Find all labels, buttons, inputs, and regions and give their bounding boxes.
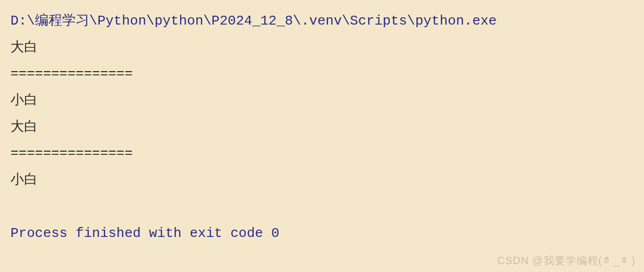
- output-line: 大白: [10, 35, 634, 61]
- interpreter-path: D:\编程学习\Python\python\P2024_12_8\.venv\S…: [10, 8, 634, 35]
- blank-line: [10, 194, 634, 220]
- output-line: 大白: [10, 114, 634, 141]
- output-line: 小白: [10, 87, 634, 114]
- output-line: ===============: [10, 61, 634, 87]
- console-output: D:\编程学习\Python\python\P2024_12_8\.venv\S…: [10, 8, 634, 246]
- watermark: CSDN @我要学编程(ಥ_ಥ): [497, 254, 636, 268]
- output-line: ===============: [10, 140, 634, 167]
- exit-message: Process finished with exit code 0: [10, 220, 634, 247]
- output-line: 小白: [10, 167, 634, 194]
